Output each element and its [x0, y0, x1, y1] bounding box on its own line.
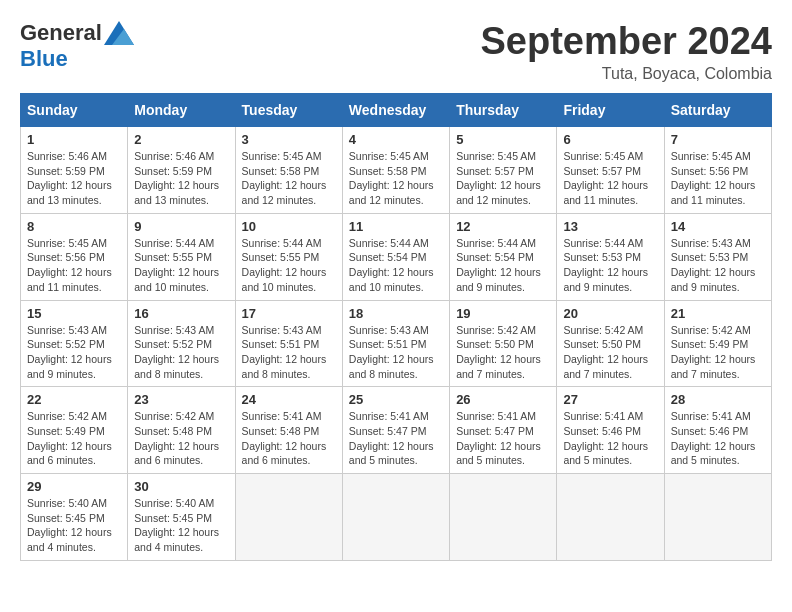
- day-info: Sunrise: 5:41 AMSunset: 5:46 PMDaylight:…: [671, 409, 765, 468]
- calendar-day: 19Sunrise: 5:42 AMSunset: 5:50 PMDayligh…: [450, 300, 557, 387]
- page-header: General Blue September 2024 Tuta, Boyaca…: [20, 20, 772, 83]
- calendar-week-row: 1Sunrise: 5:46 AMSunset: 5:59 PMDaylight…: [21, 127, 772, 214]
- calendar-day: 8Sunrise: 5:45 AMSunset: 5:56 PMDaylight…: [21, 213, 128, 300]
- day-number: 15: [27, 306, 121, 321]
- day-number: 3: [242, 132, 336, 147]
- day-number: 9: [134, 219, 228, 234]
- day-number: 2: [134, 132, 228, 147]
- day-info: Sunrise: 5:43 AMSunset: 5:52 PMDaylight:…: [27, 323, 121, 382]
- calendar-empty-day: [664, 474, 771, 561]
- day-number: 6: [563, 132, 657, 147]
- calendar-empty-day: [235, 474, 342, 561]
- calendar-day: 6Sunrise: 5:45 AMSunset: 5:57 PMDaylight…: [557, 127, 664, 214]
- month-title: September 2024: [481, 20, 773, 63]
- day-info: Sunrise: 5:42 AMSunset: 5:50 PMDaylight:…: [456, 323, 550, 382]
- calendar-week-row: 29Sunrise: 5:40 AMSunset: 5:45 PMDayligh…: [21, 474, 772, 561]
- calendar-table: SundayMondayTuesdayWednesdayThursdayFrid…: [20, 93, 772, 561]
- calendar-day: 29Sunrise: 5:40 AMSunset: 5:45 PMDayligh…: [21, 474, 128, 561]
- calendar-day: 15Sunrise: 5:43 AMSunset: 5:52 PMDayligh…: [21, 300, 128, 387]
- day-info: Sunrise: 5:45 AMSunset: 5:56 PMDaylight:…: [671, 149, 765, 208]
- day-number: 30: [134, 479, 228, 494]
- weekday-header: Friday: [557, 94, 664, 127]
- day-info: Sunrise: 5:44 AMSunset: 5:55 PMDaylight:…: [242, 236, 336, 295]
- day-number: 23: [134, 392, 228, 407]
- calendar-week-row: 15Sunrise: 5:43 AMSunset: 5:52 PMDayligh…: [21, 300, 772, 387]
- weekday-header: Tuesday: [235, 94, 342, 127]
- day-number: 18: [349, 306, 443, 321]
- calendar-day: 4Sunrise: 5:45 AMSunset: 5:58 PMDaylight…: [342, 127, 449, 214]
- calendar-empty-day: [450, 474, 557, 561]
- calendar-day: 17Sunrise: 5:43 AMSunset: 5:51 PMDayligh…: [235, 300, 342, 387]
- day-info: Sunrise: 5:45 AMSunset: 5:56 PMDaylight:…: [27, 236, 121, 295]
- day-number: 5: [456, 132, 550, 147]
- day-info: Sunrise: 5:42 AMSunset: 5:49 PMDaylight:…: [27, 409, 121, 468]
- calendar-day: 25Sunrise: 5:41 AMSunset: 5:47 PMDayligh…: [342, 387, 449, 474]
- day-number: 28: [671, 392, 765, 407]
- day-number: 22: [27, 392, 121, 407]
- day-number: 21: [671, 306, 765, 321]
- day-info: Sunrise: 5:40 AMSunset: 5:45 PMDaylight:…: [27, 496, 121, 555]
- weekday-header: Thursday: [450, 94, 557, 127]
- day-number: 14: [671, 219, 765, 234]
- day-info: Sunrise: 5:43 AMSunset: 5:53 PMDaylight:…: [671, 236, 765, 295]
- calendar-day: 22Sunrise: 5:42 AMSunset: 5:49 PMDayligh…: [21, 387, 128, 474]
- weekday-header: Sunday: [21, 94, 128, 127]
- day-info: Sunrise: 5:44 AMSunset: 5:53 PMDaylight:…: [563, 236, 657, 295]
- day-number: 20: [563, 306, 657, 321]
- title-section: September 2024 Tuta, Boyaca, Colombia: [481, 20, 773, 83]
- day-info: Sunrise: 5:44 AMSunset: 5:55 PMDaylight:…: [134, 236, 228, 295]
- calendar-empty-day: [342, 474, 449, 561]
- calendar-day: 27Sunrise: 5:41 AMSunset: 5:46 PMDayligh…: [557, 387, 664, 474]
- day-info: Sunrise: 5:43 AMSunset: 5:51 PMDaylight:…: [242, 323, 336, 382]
- day-info: Sunrise: 5:42 AMSunset: 5:50 PMDaylight:…: [563, 323, 657, 382]
- calendar-day: 5Sunrise: 5:45 AMSunset: 5:57 PMDaylight…: [450, 127, 557, 214]
- day-number: 17: [242, 306, 336, 321]
- calendar-day: 24Sunrise: 5:41 AMSunset: 5:48 PMDayligh…: [235, 387, 342, 474]
- weekday-header: Saturday: [664, 94, 771, 127]
- day-info: Sunrise: 5:43 AMSunset: 5:52 PMDaylight:…: [134, 323, 228, 382]
- calendar-day: 7Sunrise: 5:45 AMSunset: 5:56 PMDaylight…: [664, 127, 771, 214]
- day-number: 29: [27, 479, 121, 494]
- logo-icon: [104, 21, 134, 45]
- day-info: Sunrise: 5:40 AMSunset: 5:45 PMDaylight:…: [134, 496, 228, 555]
- calendar-day: 13Sunrise: 5:44 AMSunset: 5:53 PMDayligh…: [557, 213, 664, 300]
- day-info: Sunrise: 5:45 AMSunset: 5:57 PMDaylight:…: [456, 149, 550, 208]
- day-number: 10: [242, 219, 336, 234]
- calendar-header-row: SundayMondayTuesdayWednesdayThursdayFrid…: [21, 94, 772, 127]
- calendar-empty-day: [557, 474, 664, 561]
- calendar-day: 18Sunrise: 5:43 AMSunset: 5:51 PMDayligh…: [342, 300, 449, 387]
- calendar-day: 26Sunrise: 5:41 AMSunset: 5:47 PMDayligh…: [450, 387, 557, 474]
- day-number: 24: [242, 392, 336, 407]
- calendar-day: 1Sunrise: 5:46 AMSunset: 5:59 PMDaylight…: [21, 127, 128, 214]
- day-number: 7: [671, 132, 765, 147]
- calendar-week-row: 8Sunrise: 5:45 AMSunset: 5:56 PMDaylight…: [21, 213, 772, 300]
- calendar-day: 30Sunrise: 5:40 AMSunset: 5:45 PMDayligh…: [128, 474, 235, 561]
- calendar-day: 12Sunrise: 5:44 AMSunset: 5:54 PMDayligh…: [450, 213, 557, 300]
- day-info: Sunrise: 5:43 AMSunset: 5:51 PMDaylight:…: [349, 323, 443, 382]
- calendar-day: 16Sunrise: 5:43 AMSunset: 5:52 PMDayligh…: [128, 300, 235, 387]
- day-info: Sunrise: 5:42 AMSunset: 5:48 PMDaylight:…: [134, 409, 228, 468]
- calendar-day: 3Sunrise: 5:45 AMSunset: 5:58 PMDaylight…: [235, 127, 342, 214]
- day-info: Sunrise: 5:41 AMSunset: 5:47 PMDaylight:…: [349, 409, 443, 468]
- location: Tuta, Boyaca, Colombia: [481, 65, 773, 83]
- day-number: 16: [134, 306, 228, 321]
- calendar-day: 23Sunrise: 5:42 AMSunset: 5:48 PMDayligh…: [128, 387, 235, 474]
- weekday-header: Monday: [128, 94, 235, 127]
- day-info: Sunrise: 5:45 AMSunset: 5:58 PMDaylight:…: [349, 149, 443, 208]
- calendar-day: 20Sunrise: 5:42 AMSunset: 5:50 PMDayligh…: [557, 300, 664, 387]
- calendar-day: 14Sunrise: 5:43 AMSunset: 5:53 PMDayligh…: [664, 213, 771, 300]
- day-number: 13: [563, 219, 657, 234]
- day-number: 26: [456, 392, 550, 407]
- day-number: 12: [456, 219, 550, 234]
- calendar-day: 2Sunrise: 5:46 AMSunset: 5:59 PMDaylight…: [128, 127, 235, 214]
- day-info: Sunrise: 5:41 AMSunset: 5:46 PMDaylight:…: [563, 409, 657, 468]
- logo-general-text: General: [20, 20, 102, 46]
- day-number: 27: [563, 392, 657, 407]
- calendar-day: 9Sunrise: 5:44 AMSunset: 5:55 PMDaylight…: [128, 213, 235, 300]
- day-number: 4: [349, 132, 443, 147]
- logo: General Blue: [20, 20, 134, 72]
- calendar-week-row: 22Sunrise: 5:42 AMSunset: 5:49 PMDayligh…: [21, 387, 772, 474]
- calendar-day: 28Sunrise: 5:41 AMSunset: 5:46 PMDayligh…: [664, 387, 771, 474]
- calendar-day: 10Sunrise: 5:44 AMSunset: 5:55 PMDayligh…: [235, 213, 342, 300]
- day-info: Sunrise: 5:45 AMSunset: 5:57 PMDaylight:…: [563, 149, 657, 208]
